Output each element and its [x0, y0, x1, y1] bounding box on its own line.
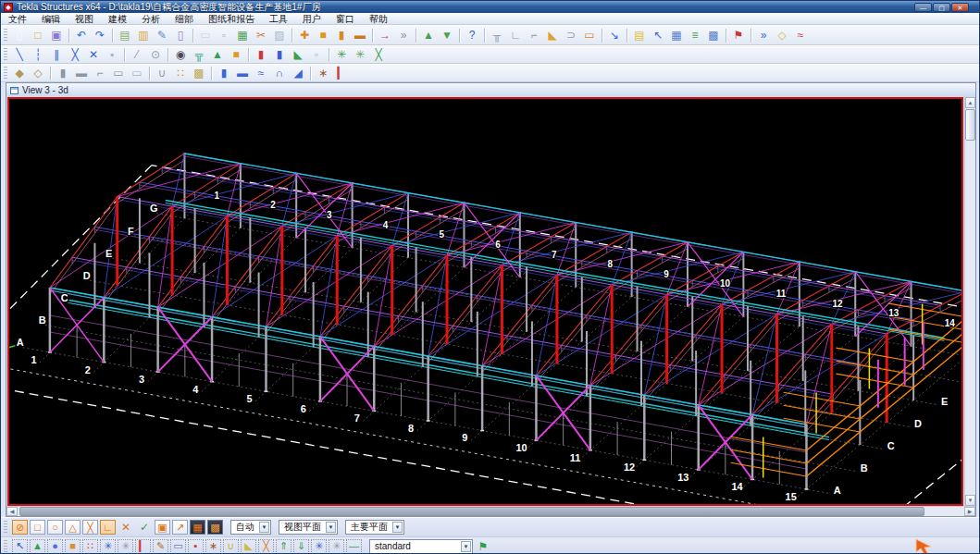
select-all-component-objects-button[interactable]: ✳	[329, 539, 344, 554]
run-previous-button[interactable]: →	[376, 27, 394, 43]
select-objects-in-components-button[interactable]: ✳	[311, 539, 327, 554]
copy-properties-button[interactable]: ▤	[116, 27, 134, 43]
menu-item-drawings-reports[interactable]: 图纸和报告	[201, 13, 262, 25]
view-properties-button[interactable]: ▦	[233, 27, 252, 43]
scroll-right-button[interactable]: ▶	[964, 507, 975, 516]
snap-geometry-button[interactable]: □	[30, 520, 45, 535]
undo-button[interactable]: ↶	[72, 27, 91, 43]
concrete-beam-button[interactable]: ▬	[233, 65, 252, 81]
snap-main-plane-dropdown[interactable]: 主要平面▼	[345, 520, 404, 535]
array-pattern-alt-button[interactable]: ✳	[351, 46, 369, 63]
select-filter-line-button[interactable]: —	[346, 539, 362, 554]
parallel-lines-button[interactable]: ∥	[47, 46, 66, 63]
chevron-down-icon[interactable]: ▼	[392, 522, 403, 533]
title-bar[interactable]: ◆ Tekla Structures x64 - D:\takla19\自耦合金…	[1, 1, 979, 13]
model-3d-view[interactable]: 1234567891011121314151234567891011121314…	[9, 99, 961, 504]
menu-item-edit[interactable]: 编辑	[34, 13, 68, 25]
snap-mode-dropdown[interactable]: 自动▼	[230, 520, 271, 535]
work-area-box-button[interactable]: ■	[227, 46, 245, 63]
select-parts-button[interactable]: ●	[47, 539, 63, 554]
vertical-scroll-thumb[interactable]	[965, 109, 975, 141]
fence-area-button[interactable]: ▨	[270, 27, 289, 43]
new-view-button[interactable]: ▭	[196, 27, 215, 43]
select-planes-button[interactable]: ◣	[241, 539, 256, 554]
toolbar-grip[interactable]	[4, 48, 7, 61]
view-title-bar[interactable]: View 3 - 3d	[6, 83, 975, 97]
snap-direction-button[interactable]: ↗	[172, 520, 188, 535]
trim-tool-button[interactable]: ◆	[10, 65, 29, 81]
switch-select-flag-button[interactable]: ⚑	[475, 539, 491, 554]
hatch-area-button[interactable]: ▩	[190, 65, 208, 81]
menu-item-view[interactable]: 视图	[68, 13, 101, 25]
selection-filter-combo[interactable]: standard▼	[369, 539, 473, 554]
snap-free-button[interactable]: ✕	[118, 520, 134, 535]
view-point-button[interactable]: ▫	[215, 27, 233, 43]
inquire-panel-button[interactable]: ▦	[667, 27, 686, 43]
create-line-button[interactable]: ╲	[10, 46, 29, 63]
edit-polygon-button[interactable]: ✎	[153, 27, 171, 43]
steel-polybeam-button[interactable]: ▭	[109, 65, 128, 81]
line-segments-button[interactable]: ┆	[29, 46, 47, 63]
measure-free-button[interactable]: ⌐	[525, 27, 543, 43]
select-points-button[interactable]: ∷	[82, 539, 98, 554]
steel-plate-button[interactable]: ▭	[128, 65, 146, 81]
snap-center-button[interactable]: ○	[47, 520, 63, 535]
redo-button[interactable]: ↷	[91, 27, 109, 43]
snap-reference-button[interactable]: ⊘	[12, 520, 28, 535]
select-grid-lines-button[interactable]: ✳	[118, 539, 133, 554]
fly-through-button[interactable]: »	[754, 27, 773, 43]
concrete-polybeam-button[interactable]: ≈	[252, 65, 270, 81]
select-surfaces-button[interactable]: ■	[65, 539, 81, 554]
toolbar-grip[interactable]	[4, 540, 7, 553]
measure-angle-button[interactable]: ∟	[506, 27, 525, 43]
cut-part-button[interactable]: ✂	[252, 27, 270, 43]
crane-rail-button[interactable]: ∷	[171, 65, 190, 81]
screenshot-button[interactable]: ⚑	[729, 27, 748, 43]
copy-objects-button[interactable]: ▥	[134, 27, 153, 43]
select-single-bolts-button[interactable]: ∪	[223, 539, 239, 554]
circle-tool-button[interactable]: ⊙	[146, 46, 165, 63]
set-work-plane-button[interactable]: ╦	[190, 46, 208, 63]
point-square-button[interactable]: ▪	[103, 46, 121, 63]
snap-line-extension-button[interactable]: ✓	[136, 520, 153, 535]
menu-item-file[interactable]: 文件	[1, 13, 34, 25]
help-tool-button[interactable]: ?	[463, 27, 481, 43]
point-extension-button[interactable]: ▮	[332, 27, 351, 43]
menu-item-tools[interactable]: 工具	[262, 13, 295, 25]
open-user-tools-button[interactable]: ◇	[773, 27, 791, 43]
bolt-tool-button[interactable]: ∗	[314, 65, 332, 81]
plane-tool-button[interactable]: ◣	[289, 46, 307, 63]
measure-distance-button[interactable]: ╥	[488, 27, 506, 43]
measure-arc-button[interactable]: ⊃	[562, 27, 580, 43]
select-bolts-button[interactable]: ∗	[205, 539, 221, 554]
view-ortho-button[interactable]: ▦	[190, 520, 205, 535]
part-red-button[interactable]: ▮	[252, 46, 270, 63]
fit-work-area-button[interactable]: ▲	[208, 46, 227, 63]
toolbar-grip[interactable]	[4, 29, 7, 42]
view-render-button[interactable]: ▩	[207, 520, 223, 535]
concrete-slab-button[interactable]: ◢	[289, 65, 307, 81]
part-blue-button[interactable]: ▮	[270, 46, 289, 63]
select-cuts-button[interactable]: ✎	[153, 539, 168, 554]
run-next-button[interactable]: »	[394, 27, 413, 43]
delete-objects-button[interactable]: ▯	[171, 27, 190, 43]
steel-column-button[interactable]: ▮	[54, 65, 72, 81]
divide-line-button[interactable]: ⁄	[128, 46, 146, 63]
chevron-down-icon[interactable]: ▼	[326, 522, 336, 533]
weld-tool-button[interactable]: ▎	[332, 65, 351, 81]
analysis-model-button[interactable]: ≈	[791, 27, 810, 43]
select-views-button[interactable]: ▭	[170, 539, 186, 554]
model-viewport[interactable]: 1234567891011121314151234567891011121314…	[7, 97, 963, 506]
open-model-button[interactable]: □	[29, 27, 47, 43]
select-assemblies-button[interactable]: ⇑	[276, 539, 292, 554]
snap-depth-button[interactable]: ▣	[155, 520, 170, 535]
point-on-line-button[interactable]: ■	[314, 27, 332, 43]
add-pin-button[interactable]: ↘	[605, 27, 624, 43]
trim-tool-alt-button[interactable]: ◇	[29, 65, 47, 81]
measure-frame-button[interactable]: ▭	[580, 27, 599, 43]
measure-triangle-button[interactable]: ◣	[543, 27, 562, 43]
select-fittings-button[interactable]: ▪	[188, 539, 204, 554]
copy-objects-3d-button[interactable]: ▫	[307, 46, 326, 63]
clash-check-button[interactable]: ▤	[630, 27, 649, 43]
vertical-scrollbar[interactable]: ▲ ▼	[964, 97, 975, 506]
